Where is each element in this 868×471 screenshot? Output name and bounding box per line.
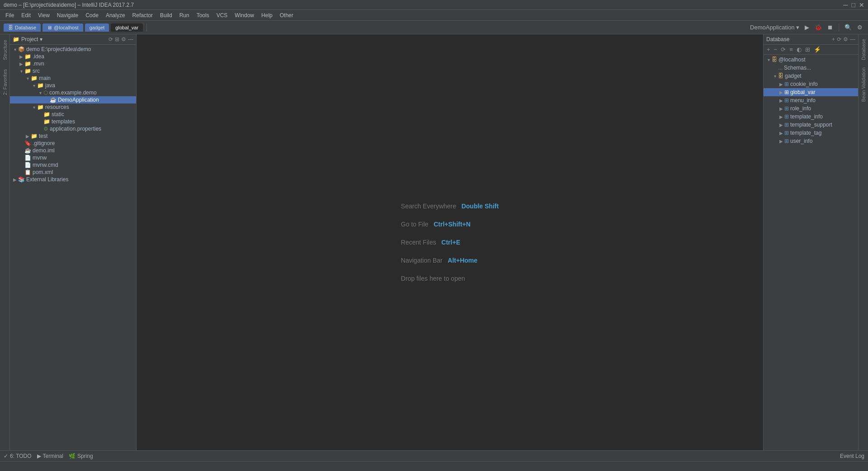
- db-item-template-info[interactable]: ▶ ⊞ template_info: [764, 113, 858, 121]
- todo-panel[interactable]: ✓ 6: TODO: [4, 453, 32, 459]
- db-item-schemas[interactable]: ... Schemas...: [764, 64, 858, 72]
- toolbar-tab-database[interactable]: 🗄 Database: [4, 24, 41, 32]
- project-header: 📁 Project ▾ ⟳ ⊞ ⚙ —: [10, 34, 136, 45]
- db-item-role-info[interactable]: ▶ ⊞ role_info: [764, 104, 858, 113]
- project-dropdown-icon[interactable]: ▾: [40, 36, 42, 42]
- menu-item-view[interactable]: View: [34, 11, 53, 19]
- tree-label: resources: [45, 104, 69, 110]
- menu-item-tools[interactable]: Tools: [193, 11, 213, 19]
- localhost-tab-icon: 🖥: [47, 25, 52, 30]
- structure-panel-label[interactable]: Structure: [1, 37, 9, 63]
- tree-item-demo-application[interactable]: ☕ DemoApplication: [10, 96, 136, 104]
- close-button[interactable]: ✕: [859, 1, 864, 9]
- db-item-cookie-info[interactable]: ▶ ⊞ cookie_info: [764, 80, 858, 88]
- db-label: template_tag: [790, 130, 821, 136]
- toolbar-tab-localhost[interactable]: 🖥 @localhost: [42, 24, 83, 32]
- db-item-localhost[interactable]: ▾ 🗄 @localhost: [764, 56, 858, 64]
- tree-item-test[interactable]: ▶ 📁 test: [10, 132, 136, 140]
- spring-panel[interactable]: 🌿 Spring: [69, 453, 93, 459]
- window-controls: ─ □ ✕: [844, 1, 864, 9]
- tree-item-resources[interactable]: ▾ 📁 resources: [10, 104, 136, 111]
- favorites-panel-label[interactable]: 2: Favorites: [1, 66, 9, 98]
- db-item-user-info[interactable]: ▶ ⊞ user_info: [764, 137, 858, 145]
- search-everywhere-icon[interactable]: 🔍: [843, 23, 854, 32]
- db-settings-icon[interactable]: ⚙: [843, 36, 848, 42]
- toolbar: 🗄 Database 🖥 @localhost gadget global_va…: [0, 21, 868, 34]
- tree-item-templates[interactable]: 📁 templates: [10, 118, 136, 125]
- db-label: @localhost: [778, 57, 806, 63]
- tree-item-package[interactable]: ▾ ⬡ com.example.demo: [10, 89, 136, 96]
- tree-item-pom-xml[interactable]: 📋 pom.xml: [10, 169, 136, 176]
- tree-label: static: [52, 111, 64, 118]
- tree-item-gitignore[interactable]: 🔖 .gitignore: [10, 140, 136, 147]
- tree-label: application.properties: [50, 126, 101, 132]
- drop-files-hint: Drop files here to open: [401, 275, 499, 282]
- menu-item-window[interactable]: Window: [231, 11, 258, 19]
- menu-item-other[interactable]: Other: [276, 11, 297, 19]
- database-sidebar-label[interactable]: Database: [860, 36, 867, 63]
- tree-item-java[interactable]: ▾ 📁 java: [10, 82, 136, 89]
- menu-item-edit[interactable]: Edit: [18, 11, 34, 19]
- tree-item-main[interactable]: ▾ 📁 main: [10, 75, 136, 82]
- menu-item-build[interactable]: Build: [156, 11, 176, 19]
- db-toolbar-table[interactable]: ⊞: [804, 46, 811, 53]
- menu-item-vcs[interactable]: VCS: [213, 11, 231, 19]
- tree-label: pom.xml: [33, 169, 53, 175]
- tree-item-demo[interactable]: ▾ 📦 demo E:\project\idea\demo: [10, 46, 136, 53]
- db-toolbar-filter[interactable]: ⚡: [812, 46, 822, 53]
- bottom-bar: ✓ 6: TODO ▶ Terminal 🌿 Spring Event Log: [0, 450, 868, 461]
- db-item-template-tag[interactable]: ▶ ⊞ template_tag: [764, 129, 858, 137]
- db-item-gadget[interactable]: ▾ 🗄 gadget: [764, 72, 858, 80]
- gadget-tab-label: gadget: [90, 25, 105, 30]
- bean-validation-label[interactable]: Bean Validation: [860, 65, 867, 104]
- db-toolbar-minus[interactable]: −: [773, 46, 779, 53]
- settings-button[interactable]: ⚙: [855, 23, 864, 32]
- db-toolbar-refresh[interactable]: ⟳: [779, 46, 787, 53]
- menu-item-help[interactable]: Help: [258, 11, 276, 19]
- tree-item-mvnw-cmd[interactable]: 📄 mvnw.cmd: [10, 161, 136, 169]
- toolbar-tab-gadget[interactable]: gadget: [85, 24, 109, 32]
- db-label: role_info: [790, 105, 811, 112]
- toolbar-tab-global-var[interactable]: global_var: [111, 24, 143, 32]
- event-log[interactable]: Event Log: [840, 453, 864, 459]
- menu-bar: FileEditViewNavigateCodeAnalyzeRefactorB…: [0, 10, 868, 21]
- menu-item-navigate[interactable]: Navigate: [53, 11, 82, 19]
- menu-item-code[interactable]: Code: [82, 11, 102, 19]
- db-toolbar-schema[interactable]: ≡: [788, 46, 794, 53]
- terminal-panel[interactable]: ▶ Terminal: [37, 453, 63, 459]
- db-sync-icon[interactable]: ⟳: [837, 36, 841, 42]
- tree-item-demo-iml[interactable]: ☕ demo.iml: [10, 147, 136, 154]
- tree-item-external-libraries[interactable]: ▶ 📚 External Libraries: [10, 176, 136, 183]
- db-item-template-support[interactable]: ▶ ⊞ template_support: [764, 121, 858, 129]
- project-settings-icon[interactable]: ⚙: [121, 36, 126, 42]
- db-item-global-var[interactable]: ▶ ⊞ global_var: [764, 88, 858, 96]
- db-add-icon[interactable]: +: [832, 36, 835, 42]
- minimize-button[interactable]: ─: [844, 1, 848, 9]
- tree-item-src[interactable]: ▾ 📁 src: [10, 67, 136, 75]
- db-item-menu-info[interactable]: ▶ ⊞ menu_info: [764, 96, 858, 104]
- menu-item-run[interactable]: Run: [176, 11, 193, 19]
- tree-item-application-properties[interactable]: ⚙ application.properties: [10, 125, 136, 132]
- menu-item-refactor[interactable]: Refactor: [129, 11, 156, 19]
- maximize-button[interactable]: □: [852, 1, 855, 9]
- tree-label: .mvn: [33, 61, 44, 67]
- tree-item-mvn[interactable]: ▶ 📁 .mvn: [10, 60, 136, 67]
- goto-file-label: Go to File: [401, 221, 429, 228]
- db-toolbar-add[interactable]: +: [765, 46, 772, 53]
- project-close-icon[interactable]: —: [128, 36, 133, 42]
- run-app-selector[interactable]: DemoApplication ▾: [748, 23, 801, 32]
- toolbar-separator-2: [839, 24, 839, 32]
- menu-item-analyze[interactable]: Analyze: [102, 11, 129, 19]
- debug-button[interactable]: 🐞: [813, 23, 824, 32]
- navigation-bar-label: Navigation Bar: [401, 257, 443, 264]
- db-minimize-icon[interactable]: —: [850, 36, 855, 42]
- tree-item-idea[interactable]: ▶ 📁 .idea: [10, 53, 136, 60]
- menu-item-file[interactable]: File: [2, 11, 18, 19]
- tree-item-static[interactable]: 📁 static: [10, 111, 136, 118]
- project-expand-icon[interactable]: ⊞: [115, 36, 119, 42]
- run-button[interactable]: ▶: [803, 23, 811, 32]
- tree-item-mvnw[interactable]: 📄 mvnw: [10, 154, 136, 161]
- db-toolbar-sql[interactable]: ◐: [795, 46, 803, 53]
- project-sync-icon[interactable]: ⟳: [108, 36, 113, 42]
- stop-button[interactable]: ⏹: [826, 23, 835, 32]
